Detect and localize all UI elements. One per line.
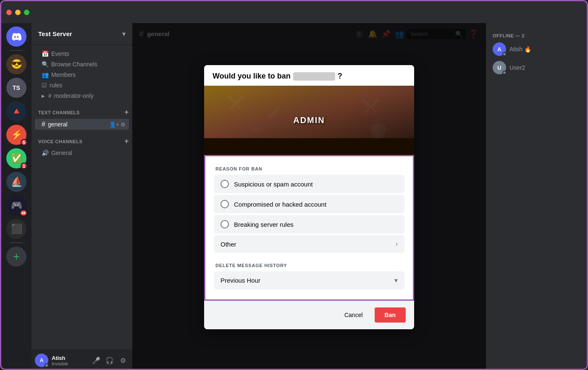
settings-icon[interactable]: ⚙ (117, 354, 129, 366)
ban-modal: Would you like to ban ? ⚔️ 🗡️ ⚔️ 🏹 🛡️ (204, 65, 414, 329)
general-icons: 👤+ ⚙ (109, 121, 126, 128)
server-divider (10, 50, 23, 51)
member-name-atish: Atish 🔥 (509, 46, 531, 52)
server-list: 😎 TS 🔺 ⚡ 5 ✅ 1 ⛵ 🎮 48 ⬛ + (1, 23, 32, 370)
mod-channel-label: moderator-only (54, 92, 94, 99)
minimize-button[interactable] (15, 10, 21, 15)
radio-spam[interactable] (220, 180, 229, 188)
delete-section: DELETE MESSAGE HISTORY Previous Hour ▾ (214, 258, 404, 293)
modal-title: Would you like to ban ? (213, 72, 406, 81)
username-blur (293, 72, 335, 81)
ban-button[interactable]: Ban (375, 307, 406, 323)
server-header[interactable]: Test Server ▾ (32, 23, 132, 45)
member-avatar-user2: U (493, 61, 506, 74)
add-text-channel-icon[interactable]: + (124, 108, 129, 117)
modal-title-prefix: Would you like to ban (213, 72, 291, 81)
channel-sidebar: Test Server ▾ 📅 Events 🔍 Browse Channels… (32, 23, 132, 370)
voice-channels-label: VOICE CHANNELS (38, 139, 82, 144)
user-status: Invisible (52, 361, 87, 366)
general-voice-channel[interactable]: 🔊 General (35, 148, 129, 158)
member-atish[interactable]: A Atish 🔥 (489, 40, 583, 58)
server-icon-s7[interactable]: 🎮 48 (6, 195, 26, 215)
voice-icon: 🔊 (42, 150, 49, 156)
member-user2[interactable]: U User2 (489, 58, 583, 77)
member-status-atish (502, 52, 507, 56)
events-label: Events (51, 50, 69, 57)
reason-section-label: REASON FOR BAN (214, 166, 404, 171)
user-status-dot (45, 363, 49, 367)
server-icon-s4[interactable]: ⚡ 5 (6, 125, 26, 145)
member-avatar-atish: A (493, 42, 506, 56)
events-item[interactable]: 📅 Events (35, 49, 129, 59)
radio-rules[interactable] (220, 220, 229, 228)
server-icon-s5[interactable]: ✅ 1 (6, 148, 26, 168)
events-icon: 📅 (42, 50, 49, 57)
reason-rules-label: Breaking server rules (234, 221, 294, 228)
add-voice-channel-icon[interactable]: + (124, 137, 129, 146)
close-button[interactable] (6, 10, 12, 15)
modal-title-suffix: ? (338, 72, 342, 81)
server-icon-s1[interactable]: 😎 (6, 54, 26, 74)
add-server-button[interactable]: + (6, 247, 26, 267)
modal-bordered-section: REASON FOR BAN Suspicious or spam accoun… (204, 155, 414, 301)
reason-other-label: Other (220, 241, 236, 248)
reason-section: REASON FOR BAN Suspicious or spam accoun… (214, 161, 404, 258)
cancel-button[interactable]: Cancel (338, 307, 370, 323)
rules-channel[interactable]: ☑ rules (35, 80, 129, 90)
server-dropdown-icon: ▾ (122, 30, 126, 38)
title-bar (1, 1, 587, 23)
app-layout: 😎 TS 🔺 ⚡ 5 ✅ 1 ⛵ 🎮 48 ⬛ + Test Server ▾ … (1, 23, 587, 370)
server-badge-s5: 1 (21, 163, 27, 169)
server-badge-s4: 5 (21, 139, 27, 146)
server-icon-s2[interactable]: TS (6, 78, 26, 98)
voice-channels-header[interactable]: VOICE CHANNELS + (32, 130, 132, 147)
maximize-button[interactable] (24, 10, 29, 15)
server-icon-home[interactable] (6, 26, 26, 47)
member-list: OFFLINE — 2 A Atish 🔥 U User2 (486, 23, 587, 370)
browse-channels-item[interactable]: 🔍 Browse Channels (35, 59, 129, 69)
modal-header: Would you like to ban ? (204, 65, 414, 86)
modal-footer: Cancel Ban (204, 301, 414, 329)
traffic-lights (6, 10, 29, 15)
reason-spam-label: Suspicious or spam account (234, 181, 313, 188)
mute-icon[interactable]: 🎤 (90, 354, 102, 366)
delete-section-label: DELETE MESSAGE HISTORY (214, 263, 404, 268)
server-badge-s7: 48 (20, 210, 27, 216)
reason-spam[interactable]: Suspicious or spam account (214, 175, 404, 193)
user-panel-icons: 🎤 🎧 ⚙ (90, 354, 129, 366)
deafen-icon[interactable]: 🎧 (104, 354, 116, 366)
members-icon: 👥 (42, 71, 49, 78)
offline-section-header: OFFLINE — 2 (489, 30, 583, 40)
server-name: Test Server (38, 30, 72, 37)
server-icon-s8[interactable]: ⬛ (6, 219, 26, 239)
reason-hacked-label: Compromised or hacked account (234, 201, 326, 208)
text-channels-label: TEXT CHANNELS (38, 110, 80, 115)
delete-dropdown-value: Previous Hour (220, 277, 260, 284)
delete-dropdown[interactable]: Previous Hour ▾ (214, 271, 404, 289)
general-channel[interactable]: # general 👤+ ⚙ (35, 119, 129, 130)
reason-rules[interactable]: Breaking server rules (214, 215, 404, 234)
member-status-user2 (502, 71, 507, 75)
general-hash-icon: # (42, 121, 45, 128)
moderator-only-channel[interactable]: ▶ # moderator-only (35, 91, 129, 101)
member-name-user2: User2 (509, 64, 525, 71)
modal-overlay: Would you like to ban ? ⚔️ 🗡️ ⚔️ 🏹 🛡️ (132, 23, 486, 370)
general-label: general (48, 121, 68, 128)
bullet-icon: ▶ (42, 94, 45, 98)
main-content: # general ⊞ 🔔 📌 👥 Search 🔍 ❓ (132, 23, 486, 370)
reason-hacked[interactable]: Compromised or hacked account (214, 195, 404, 213)
server-icon-s3[interactable]: 🔺 (6, 101, 26, 121)
server-icon-s6[interactable]: ⛵ (6, 172, 26, 192)
mod-channel-prefix: # (48, 92, 52, 99)
member-emoji-atish: 🔥 (524, 46, 531, 52)
reason-other[interactable]: Other › (214, 235, 404, 253)
general-voice-label: General (51, 150, 72, 156)
text-channels-header[interactable]: TEXT CHANNELS + (32, 101, 132, 118)
radio-hacked[interactable] (220, 200, 229, 208)
members-item[interactable]: 👥 Members (35, 70, 129, 80)
user-avatar: A (35, 354, 48, 367)
user-panel: A Atish Invisible 🎤 🎧 ⚙ (32, 349, 132, 370)
browse-channels-label: Browse Channels (51, 61, 97, 68)
other-chevron-icon: › (396, 240, 398, 248)
rules-label: rules (50, 82, 62, 89)
